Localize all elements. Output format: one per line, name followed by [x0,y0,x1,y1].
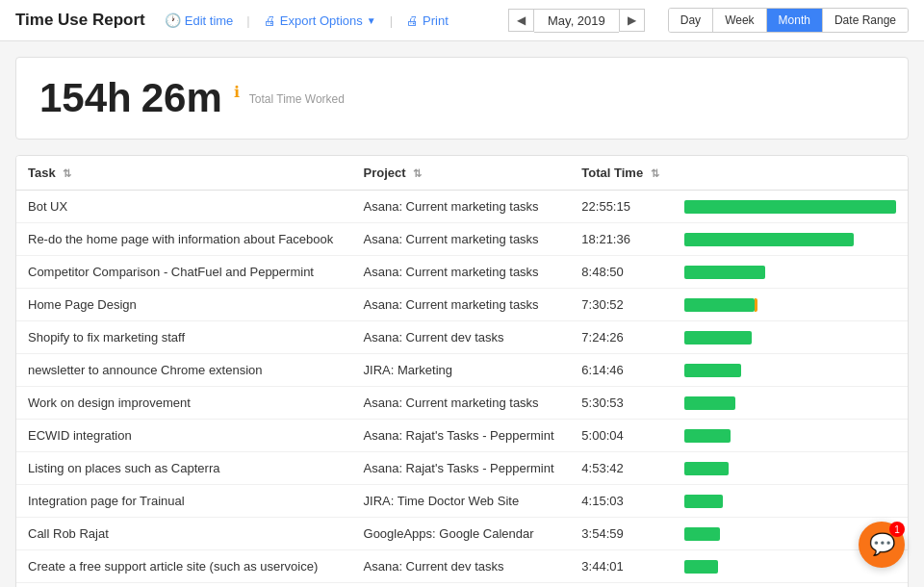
table-row: Integration page for TrainualJIRA: Time … [16,485,908,518]
cell-total-time: 4:53:42 [570,452,673,485]
cell-bar [673,583,908,588]
page-title: Time Use Report [15,11,145,30]
cell-bar [673,191,908,223]
progress-bar [684,233,854,246]
col-project[interactable]: Project ⇅ [352,156,571,191]
cell-task: Competitor Comparison - ChatFuel and Pep… [16,256,352,289]
cell-bar [673,321,908,354]
tab-date-range[interactable]: Date Range [823,9,908,32]
date-navigation: ◀ May, 2019 ▶ [508,9,645,33]
progress-bar [684,298,755,312]
table-row: Call Rob RajatGoogleApps: Google Calenda… [16,518,908,550]
table-row: Shopify to fix marketing staffAsana: Cur… [16,321,908,354]
cell-total-time: 4:15:03 [570,485,673,518]
export-icon: 🖨 [264,13,276,28]
cell-bar [673,452,908,485]
col-total-time[interactable]: Total Time ⇅ [570,156,673,191]
cell-project: JIRA: Marketing [352,354,571,387]
progress-bar [684,364,741,377]
cell-total-time: 5:00:04 [570,420,673,452]
cell-task: Work on a version of the app which has a… [16,583,352,588]
sort-project-icon: ⇅ [413,167,422,179]
table-row: ECWID integrationAsana: Rajat's Tasks - … [16,420,908,452]
edit-time-button[interactable]: 🕐 Edit time [165,13,234,28]
cell-project: Asana: Current marketing tasks [352,256,571,289]
bar-orange-tip [755,298,757,312]
cell-project: Asana: Current dev tasks [352,321,571,354]
col-bar [673,156,908,191]
cell-project: Asana: Current dev tasks [352,550,571,583]
progress-bar [684,331,752,345]
cell-task: Listing on places such as Capterra [16,452,352,485]
table-row: Work on a version of the app which has a… [16,583,908,588]
stats-card: 154h 26m ℹ Total Time Worked [15,57,909,140]
cell-project: Asana: Current marketing tasks [352,223,571,256]
cell-project: GoogleApps: Google Calendar [352,518,571,550]
cell-task: Create a free support article site (such… [16,550,352,583]
cell-project: Asana: Current marketing tasks [352,289,571,321]
tab-week[interactable]: Week [713,9,766,32]
chat-bubble-button[interactable]: 💬 1 [859,522,905,568]
cell-task: newsletter to announce Chrome extension [16,354,352,387]
table-row: Work on design improvementAsana: Current… [16,387,908,420]
cell-task: ECWID integration [16,420,352,452]
next-date-button[interactable]: ▶ [619,9,645,32]
cell-project: Asana: Current marketing tasks [352,191,571,223]
cell-total-time: 8:48:50 [570,256,673,289]
total-time-label: Total Time Worked [249,92,345,106]
export-options-button[interactable]: 🖨 Export Options ▼ [264,13,376,28]
cell-bar [673,420,908,452]
prev-date-button[interactable]: ◀ [508,9,534,32]
cell-total-time: 3:44:01 [570,550,673,583]
main-content: 154h 26m ℹ Total Time Worked Task ⇅ Proj… [0,41,924,587]
cell-task: Bot UX [16,191,352,223]
cell-bar [673,256,908,289]
cell-total-time: 5:30:53 [570,387,673,420]
cell-project: Asana: Current dev tasks [352,583,571,588]
chat-icon: 💬 [869,532,895,557]
cell-bar [673,485,908,518]
task-table: Task ⇅ Project ⇅ Total Time ⇅ Bot UXAsan… [16,156,908,587]
table-header-row: Task ⇅ Project ⇅ Total Time ⇅ [16,156,908,191]
tab-month[interactable]: Month [767,9,823,32]
cell-task: Call Rob Rajat [16,518,352,550]
app-header: Time Use Report 🕐 Edit time | 🖨 Export O… [0,0,924,41]
cell-bar [673,289,908,321]
total-hours: 154h [39,75,132,121]
cell-bar [673,354,908,387]
progress-bar [684,429,731,443]
cell-task: Shopify to fix marketing staff [16,321,352,354]
progress-bar [684,495,723,508]
table-row: Create a free support article site (such… [16,550,908,583]
info-icon[interactable]: ℹ [234,83,240,101]
cell-task: Work on design improvement [16,387,352,420]
chat-badge: 1 [889,522,905,537]
cell-bar [673,223,908,256]
progress-bar [684,200,896,214]
table-row: newsletter to announce Chrome extensionJ… [16,354,908,387]
cell-project: JIRA: Time Doctor Web Site [352,485,571,518]
view-tab-group: Day Week Month Date Range [668,8,909,33]
cell-total-time: 22:55:15 [570,191,673,223]
sort-task-icon: ⇅ [63,167,71,179]
cell-total-time: 3:54:59 [570,518,673,550]
cell-total-time: 6:14:46 [570,354,673,387]
table-row: Bot UXAsana: Current marketing tasks22:5… [16,191,908,223]
sort-time-icon: ⇅ [651,167,659,179]
cell-total-time: 7:30:52 [570,289,673,321]
cell-bar [673,387,908,420]
progress-bar [684,527,720,541]
current-date-label: May, 2019 [534,9,619,33]
cell-task: Re-do the home page with information abo… [16,223,352,256]
cell-project: Asana: Current marketing tasks [352,387,571,420]
tab-day[interactable]: Day [669,9,713,32]
table-row: Re-do the home page with information abo… [16,223,908,256]
print-button[interactable]: 🖨 Print [406,13,449,28]
cell-project: Asana: Rajat's Tasks - Peppermint [352,452,571,485]
progress-bar [684,462,729,475]
table-row: Home Page DesignAsana: Current marketing… [16,289,908,321]
total-minutes: 26m [141,75,222,121]
progress-bar [684,266,765,279]
progress-bar [684,560,718,574]
col-task[interactable]: Task ⇅ [16,156,352,191]
